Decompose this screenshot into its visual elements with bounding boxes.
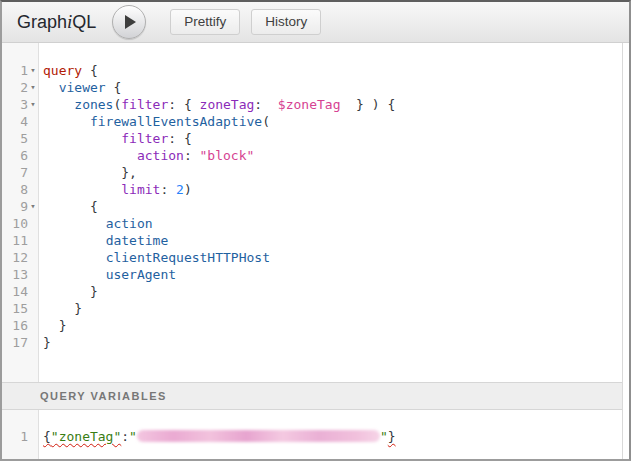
line-number: 4	[2, 113, 28, 130]
line-number: 12	[2, 249, 28, 266]
execute-query-button[interactable]	[112, 5, 146, 39]
code-line: datetime	[43, 232, 622, 249]
code-line: },	[43, 164, 622, 181]
code-token: viewer	[59, 80, 106, 95]
code-line: }	[43, 334, 622, 351]
line-number: 1	[2, 62, 28, 79]
code-line: {	[43, 198, 622, 215]
code-line: }	[43, 317, 622, 334]
code-line: action	[43, 215, 622, 232]
code-token: zoneTag	[200, 97, 255, 112]
code-token: }	[43, 335, 51, 350]
code-line: filter: {	[43, 130, 622, 147]
code-token	[43, 233, 106, 248]
code-token: }	[43, 301, 82, 316]
code-line: firewallEventsAdaptive(	[43, 113, 622, 130]
editor-area: 1▾2▾3▾456789▾1011121314151617 query { vi…	[2, 43, 629, 459]
logo-text-ql: QL	[72, 12, 96, 32]
code-token: "block"	[200, 148, 255, 163]
line-number: 9	[2, 198, 28, 215]
code-token: userAgent	[106, 267, 176, 282]
history-button[interactable]: History	[251, 9, 321, 35]
code-token: zones	[74, 97, 113, 112]
line-number: 3	[2, 96, 28, 113]
code-token: {	[43, 199, 98, 214]
code-token	[43, 267, 106, 282]
code-token: (	[262, 114, 270, 129]
code-token: $zoneTag	[278, 97, 341, 112]
result-pane	[622, 43, 629, 459]
line-number: 10	[2, 215, 28, 232]
fold-arrow-icon[interactable]: ▾	[28, 198, 38, 215]
code-token: : {	[168, 97, 199, 112]
code-token	[43, 250, 106, 265]
code-token: },	[43, 165, 137, 180]
variables-code[interactable]: {"zoneTag":""}	[39, 410, 622, 459]
line-number: 1	[2, 428, 28, 445]
code-token: :	[254, 97, 277, 112]
code-line: clientRequestHTTPHost	[43, 249, 622, 266]
code-token	[43, 216, 106, 231]
code-token: {	[106, 80, 122, 95]
code-token: "zoneTag"	[51, 429, 121, 444]
line-number: 6	[2, 147, 28, 164]
redacted-value	[137, 430, 380, 442]
code-token	[43, 182, 121, 197]
code-token: 2	[176, 182, 184, 197]
line-number: 8	[2, 181, 28, 198]
line-number: 16	[2, 317, 28, 334]
code-token: :	[160, 182, 176, 197]
code-token: {	[43, 429, 51, 444]
variables-editor[interactable]: 1 {"zoneTag":""}	[2, 410, 622, 459]
code-line: viewer {	[43, 79, 622, 96]
code-line: action: "block"	[43, 147, 622, 164]
query-pane: 1▾2▾3▾456789▾1011121314151617 query { vi…	[2, 43, 622, 459]
query-variables-title-bar[interactable]: QUERY VARIABLES	[2, 382, 622, 410]
line-number: 15	[2, 300, 28, 317]
code-token: :	[184, 148, 200, 163]
code-line: }	[43, 300, 622, 317]
prettify-button[interactable]: Prettify	[170, 9, 240, 35]
code-token: action	[137, 148, 184, 163]
code-token	[43, 131, 121, 146]
code-token: "	[380, 429, 388, 444]
line-number: 7	[2, 164, 28, 181]
fold-arrow-icon[interactable]: ▾	[28, 96, 38, 113]
code-token	[43, 97, 74, 112]
code-token: :	[121, 429, 129, 444]
query-editor[interactable]: 1▾2▾3▾456789▾1011121314151617 query { vi…	[2, 43, 622, 382]
code-token: datetime	[106, 233, 169, 248]
code-token: {	[82, 63, 98, 78]
code-line: userAgent	[43, 266, 622, 283]
logo-text-graph: Graph	[17, 12, 67, 32]
code-token: limit	[121, 182, 160, 197]
code-line: {"zoneTag":""}	[43, 428, 622, 445]
line-number: 17	[2, 334, 28, 351]
code-token: filter	[121, 131, 168, 146]
code-token: : {	[168, 131, 191, 146]
graphiql-window: GraphiQL Prettify History 1▾2▾3▾456789▾1…	[0, 0, 631, 461]
fold-arrow-icon[interactable]: ▾	[28, 62, 38, 79]
line-number: 13	[2, 266, 28, 283]
code-line: zones(filter: { zoneTag: $zoneTag } ) {	[43, 96, 622, 113]
toolbar: GraphiQL Prettify History	[2, 2, 629, 43]
query-variables-label: QUERY VARIABLES	[40, 390, 167, 402]
line-number: 14	[2, 283, 28, 300]
variables-gutter: 1	[2, 410, 39, 459]
code-token	[43, 148, 137, 163]
code-line: query {	[43, 62, 622, 79]
code-token: filter	[121, 97, 168, 112]
code-token: query	[43, 63, 82, 78]
code-token: action	[106, 216, 153, 231]
code-token	[43, 114, 90, 129]
fold-arrow-icon[interactable]: ▾	[28, 79, 38, 96]
code-line: }	[43, 283, 622, 300]
code-token: }	[43, 284, 98, 299]
code-token: "	[129, 429, 137, 444]
code-token: }	[388, 429, 396, 444]
query-code[interactable]: query { viewer { zones(filter: { zoneTag…	[39, 43, 622, 382]
query-gutter: 1▾2▾3▾456789▾1011121314151617	[2, 43, 39, 382]
code-token: firewallEventsAdaptive	[90, 114, 262, 129]
line-number: 5	[2, 130, 28, 147]
line-number: 11	[2, 232, 28, 249]
